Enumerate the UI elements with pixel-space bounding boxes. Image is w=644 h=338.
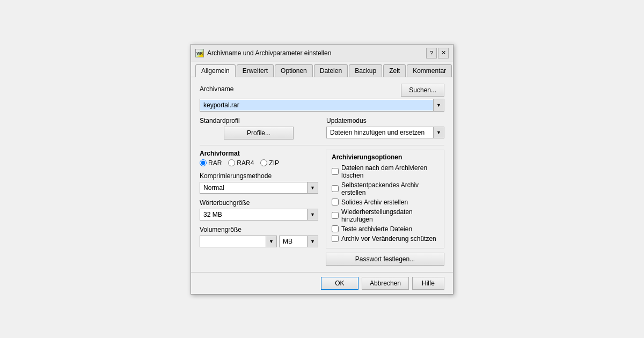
help-button[interactable]: ? bbox=[426, 48, 437, 58]
volumen-row: ▼ B KB MB GB ▼ bbox=[200, 236, 318, 247]
dialog-title: Archivname und Archivparameter einstelle… bbox=[207, 49, 423, 57]
checkbox-loeschen-label: Dateien nach dem Archivieren löschen bbox=[341, 164, 438, 179]
profile-button[interactable]: Profile... bbox=[224, 127, 294, 139]
tab-bar: Allgemein Erweitert Optionen Dateien Bac… bbox=[191, 62, 453, 77]
checkbox-solid-input[interactable] bbox=[332, 199, 339, 205]
checkbox-protect: Archiv vor Veränderung schützen bbox=[332, 235, 438, 243]
radio-rar-text: RAR bbox=[208, 159, 222, 167]
main-columns: Archivformat RAR RAR4 ZIP bbox=[200, 150, 444, 266]
radio-zip[interactable] bbox=[260, 159, 267, 166]
archivformat-group: Archivformat RAR RAR4 ZIP bbox=[200, 150, 318, 167]
tab-dateien[interactable]: Dateien bbox=[314, 64, 348, 77]
checkbox-test: Teste archivierte Dateien bbox=[332, 225, 438, 233]
volumen-select[interactable] bbox=[200, 236, 276, 247]
dialog-footer: OK Abbrechen Hilfe bbox=[191, 272, 453, 294]
woerterbuch-label: Wörterbuchgröße bbox=[200, 199, 318, 207]
checkbox-test-label: Teste archivierte Dateien bbox=[341, 225, 412, 233]
checkbox-solid-label: Solides Archiv erstellen bbox=[341, 199, 408, 206]
archivname-input[interactable] bbox=[200, 100, 433, 111]
close-button[interactable]: ✕ bbox=[438, 48, 449, 58]
checkbox-recovery: Wiederherstellungsdaten hinzufügen bbox=[332, 208, 438, 223]
radio-zip-text: ZIP bbox=[269, 159, 279, 167]
dialog-content: Archivname Suchen... ▼ Standardprofil Pr… bbox=[191, 77, 453, 272]
komprimierung-select[interactable]: Speichern Schnellst Schnell Normal Gut B… bbox=[200, 182, 318, 193]
updatemodus-combo[interactable]: Dateien hinzufügen und ersetzen Nur neue… bbox=[326, 127, 444, 138]
radio-zip-label[interactable]: ZIP bbox=[260, 159, 279, 167]
tab-allgemein[interactable]: Allgemein bbox=[195, 64, 236, 77]
left-column: Archivformat RAR RAR4 ZIP bbox=[200, 150, 318, 266]
woerterbuch-group: Wörterbuchgröße 1 MB 2 MB 4 MB 8 MB 16 M… bbox=[200, 199, 318, 221]
archivname-combo[interactable]: ▼ bbox=[200, 99, 444, 112]
profil-update-row: Standardprofil Profile... Updatemodus Da… bbox=[200, 117, 444, 139]
radio-rar[interactable] bbox=[200, 159, 207, 166]
tab-zeit[interactable]: Zeit bbox=[383, 64, 406, 77]
volumen-unit-select[interactable]: B KB MB GB bbox=[280, 236, 318, 247]
abbrechen-button[interactable]: Abbrechen bbox=[362, 277, 409, 290]
standardprofil-label: Standardprofil bbox=[200, 117, 318, 124]
checkbox-selfextract-label: Selbstentpackendes Archiv erstellen bbox=[341, 181, 438, 196]
updatemodus-label: Updatemodus bbox=[326, 117, 444, 124]
right-column: Archivierungsoptionen Dateien nach dem A… bbox=[326, 150, 444, 266]
checkbox-protect-input[interactable] bbox=[332, 235, 339, 242]
checkbox-loeschen-input[interactable] bbox=[332, 168, 339, 175]
checkbox-protect-label: Archiv vor Veränderung schützen bbox=[341, 235, 436, 243]
checkbox-loeschen: Dateien nach dem Archivieren löschen bbox=[332, 164, 438, 179]
dialog-window: WR Archivname und Archivparameter einste… bbox=[191, 44, 453, 295]
tab-erweitert[interactable]: Erweitert bbox=[237, 64, 274, 77]
archivformat-label: Archivformat bbox=[200, 150, 318, 157]
title-bar-controls: ? ✕ bbox=[426, 48, 449, 58]
archivname-label: Archivname bbox=[200, 85, 233, 93]
separator bbox=[200, 145, 444, 145]
title-bar: WR Archivname und Archivparameter einste… bbox=[191, 45, 453, 62]
volumen-input-combo[interactable]: ▼ bbox=[200, 236, 277, 247]
komprimierung-combo[interactable]: Speichern Schnellst Schnell Normal Gut B… bbox=[200, 182, 318, 194]
radio-rar-label[interactable]: RAR bbox=[200, 159, 222, 167]
checkbox-recovery-label: Wiederherstellungsdaten hinzufügen bbox=[341, 208, 438, 223]
archivname-dropdown-arrow[interactable]: ▼ bbox=[433, 99, 444, 111]
passwort-button[interactable]: Passwort festlegen... bbox=[326, 253, 444, 266]
radio-rar4[interactable] bbox=[228, 159, 235, 166]
suchen-button[interactable]: Suchen... bbox=[401, 84, 444, 97]
hilfe-button[interactable]: Hilfe bbox=[412, 277, 444, 290]
radio-rar4-text: RAR4 bbox=[237, 159, 254, 167]
ok-button[interactable]: OK bbox=[321, 277, 358, 290]
radio-rar4-label[interactable]: RAR4 bbox=[228, 159, 254, 167]
checkbox-selfextract-input[interactable] bbox=[332, 185, 339, 192]
archivierungsoptionen-title: Archivierungsoptionen bbox=[332, 153, 438, 161]
volumen-group: Volumengröße ▼ B KB MB bbox=[200, 226, 318, 247]
updatemodus-section: Updatemodus Dateien hinzufügen und erset… bbox=[326, 117, 444, 138]
checkbox-solid: Solides Archiv erstellen bbox=[332, 199, 438, 206]
tab-kommentar[interactable]: Kommentar bbox=[407, 64, 452, 77]
volumen-label: Volumengröße bbox=[200, 226, 318, 233]
archivierungsoptionen-group: Archivierungsoptionen Dateien nach dem A… bbox=[326, 150, 444, 248]
checkbox-recovery-input[interactable] bbox=[332, 212, 339, 219]
checkbox-test-input[interactable] bbox=[332, 225, 339, 232]
woerterbuch-combo[interactable]: 1 MB 2 MB 4 MB 8 MB 16 MB 32 MB 64 MB ▼ bbox=[200, 209, 318, 221]
woerterbuch-select[interactable]: 1 MB 2 MB 4 MB 8 MB 16 MB 32 MB 64 MB bbox=[200, 209, 318, 220]
app-icon: WR bbox=[195, 49, 204, 57]
archivformat-options: RAR RAR4 ZIP bbox=[200, 159, 318, 167]
standardprofil-section: Standardprofil Profile... bbox=[200, 117, 318, 139]
komprimierung-group: Komprimierungsmethode Speichern Schnells… bbox=[200, 172, 318, 194]
volumen-unit-combo[interactable]: B KB MB GB ▼ bbox=[279, 236, 318, 247]
komprimierung-label: Komprimierungsmethode bbox=[200, 172, 318, 180]
tab-backup[interactable]: Backup bbox=[349, 64, 382, 77]
checkbox-selfextract: Selbstentpackendes Archiv erstellen bbox=[332, 181, 438, 196]
tab-optionen[interactable]: Optionen bbox=[275, 64, 313, 77]
updatemodus-select[interactable]: Dateien hinzufügen und ersetzen Nur neue… bbox=[327, 127, 444, 138]
